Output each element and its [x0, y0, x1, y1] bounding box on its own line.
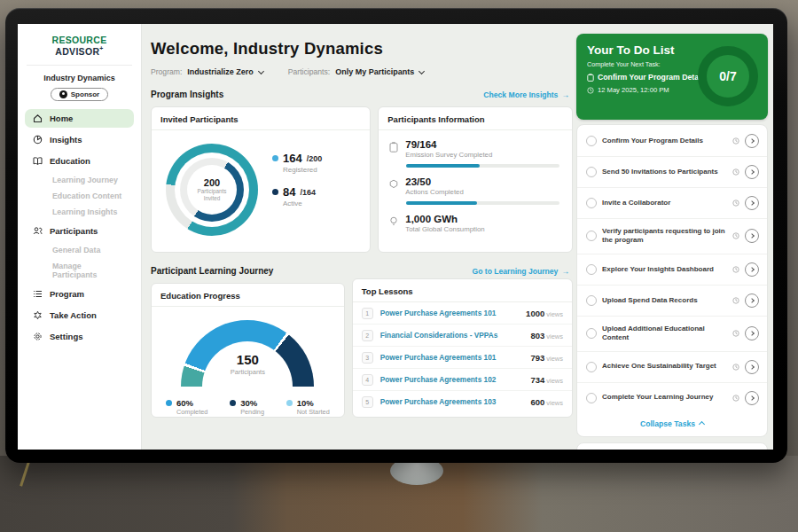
lightbulb-icon: [389, 216, 398, 227]
chevron-up-icon: [699, 421, 705, 427]
sidebar: RESOURCE ADVISOR+ Industry Dynamics Spon…: [18, 24, 142, 450]
sponsor-badge-label: Sponsor: [71, 90, 99, 98]
top-lessons-card: Top Lessons 1 Power Purchase Agreements …: [352, 278, 573, 418]
card-title: Education Progress: [152, 284, 344, 307]
spark-icon: [33, 310, 43, 320]
stat-actions-completed: 23/50 Actions Completed: [379, 176, 572, 196]
participants-icon: [33, 226, 43, 236]
sidebar-item-settings[interactable]: Settings: [25, 327, 134, 346]
logo-resource: RESOURCE: [52, 35, 107, 45]
task-row[interactable]: Send 50 Invitations to Participants: [577, 157, 767, 188]
go-to-learning-journey-link[interactable]: Go to Learning Journey →: [472, 267, 569, 276]
task-checkbox[interactable]: [586, 264, 597, 275]
clock-icon: [732, 330, 739, 337]
task-row[interactable]: Achieve One Sustainability Target: [577, 352, 767, 383]
card-title: Invited Participants: [152, 107, 370, 130]
filter-bar: Program: Industrialize Zero Participants…: [151, 67, 573, 76]
progress-fill: [406, 201, 476, 205]
rank-badge: 5: [362, 396, 373, 408]
sidebar-item-home[interactable]: Home: [25, 109, 134, 128]
donut-legend: 164 /200 Registered 84 /164 Active: [272, 152, 322, 236]
task-checkbox[interactable]: [586, 393, 597, 403]
program-filter[interactable]: Program: Industrialize Zero: [151, 67, 263, 76]
sidebar-item-manage-participants[interactable]: Manage Participants: [25, 259, 134, 282]
pending-dot-icon: [230, 400, 236, 406]
sidebar-item-label: Home: [50, 113, 73, 123]
lesson-row: 2 Financial Considerations - VPPAs 803vi…: [353, 325, 572, 347]
task-row[interactable]: Verify participants requesting to join t…: [577, 219, 767, 254]
education-progress-card: Education Progress 150 Participants 60%: [151, 283, 345, 418]
insights-pie-icon: [33, 135, 43, 145]
sidebar-item-education-content[interactable]: Education Content: [25, 189, 134, 203]
lesson-link[interactable]: Power Purchase Agreements 103: [380, 397, 531, 406]
chevron-down-icon: [258, 67, 264, 74]
task-row[interactable]: Upload Spend Data Records: [577, 286, 767, 317]
task-chevron-button[interactable]: [745, 196, 759, 210]
task-row[interactable]: Explore Your Insights Dashboard: [577, 254, 767, 286]
todo-hero-card: Your To Do List Complete Your Next Task:…: [576, 34, 768, 120]
sidebar-item-take-action[interactable]: Take Action: [25, 306, 134, 325]
task-checkbox[interactable]: [586, 231, 597, 241]
sponsor-icon: [59, 90, 67, 98]
sidebar-item-label: Learning Insights: [52, 207, 117, 216]
task-chevron-button[interactable]: [745, 360, 759, 374]
sidebar-item-general-data[interactable]: General Data: [25, 243, 134, 257]
book-icon: [33, 156, 43, 166]
task-chevron-button[interactable]: [745, 262, 759, 277]
task-chevron-button[interactable]: [745, 326, 759, 340]
sponsor-badge[interactable]: Sponsor: [51, 88, 108, 101]
not-started-dot-icon: [286, 400, 293, 406]
sidebar-item-label: Program: [50, 289, 84, 299]
program-filter-label: Program:: [151, 67, 182, 76]
task-checkbox[interactable]: [586, 198, 597, 208]
sidebar-item-program[interactable]: Program: [25, 285, 134, 303]
lesson-link[interactable]: Power Purchase Agreements 102: [380, 375, 531, 384]
task-chevron-button[interactable]: [745, 391, 759, 405]
task-chevron-button[interactable]: [745, 293, 759, 308]
lesson-link[interactable]: Financial Considerations - VPPAs: [380, 331, 531, 340]
sidebar-item-education[interactable]: Education: [25, 152, 134, 170]
clock-icon: [732, 168, 739, 176]
task-checkbox[interactable]: [586, 136, 597, 146]
dashboard-screen: RESOURCE ADVISOR+ Industry Dynamics Spon…: [18, 24, 773, 450]
clock-icon: [732, 364, 739, 371]
task-checkbox[interactable]: [586, 295, 597, 306]
education-gauge-chart: 150 Participants: [181, 320, 314, 388]
collapse-tasks-link[interactable]: Collapse Tasks: [577, 413, 767, 435]
lesson-link[interactable]: Power Purchase Agreements 101: [380, 309, 526, 317]
task-row[interactable]: Invite a Collaborator: [577, 188, 767, 219]
task-row[interactable]: Upload Additional Educational Content: [577, 317, 767, 352]
sidebar-item-learning-insights[interactable]: Learning Insights: [25, 205, 134, 219]
sidebar-item-insights[interactable]: Insights: [25, 130, 134, 149]
arrow-right-icon: →: [561, 267, 569, 276]
lesson-row: 1 Power Purchase Agreements 101 1000view…: [353, 302, 572, 325]
section-title: Program Insights: [151, 90, 223, 99]
sidebar-item-learning-journey[interactable]: Learning Journey: [25, 173, 134, 187]
gauge-center-label: Participants: [181, 368, 314, 376]
insights-cards-row: Invited Participants 200 Participants In…: [151, 106, 573, 253]
program-filter-value: Industrialize Zero: [187, 67, 254, 76]
task-chevron-button[interactable]: [745, 165, 759, 179]
task-chevron-button[interactable]: [745, 229, 759, 243]
task-checkbox[interactable]: [586, 362, 597, 372]
sidebar-item-label: Manage Participants: [52, 262, 126, 279]
program-insights-header: Program Insights Check More Insights →: [151, 90, 573, 99]
learning-journey-header: Participant Learning Journey Go to Learn…: [151, 266, 573, 276]
actions-progress-bar: [406, 201, 559, 205]
todo-progress-ring: 0/7: [698, 46, 758, 106]
card-title: Top Lessons: [353, 279, 572, 302]
lesson-link[interactable]: Power Purchase Agreements 101: [380, 353, 531, 362]
sidebar-item-participants[interactable]: Participants: [25, 222, 134, 240]
participants-filter-label: Participants:: [288, 67, 330, 76]
check-more-insights-link[interactable]: Check More Insights →: [483, 90, 569, 99]
card-title: Participants Information: [379, 107, 572, 130]
task-row[interactable]: Confirm Your Program Details: [577, 126, 767, 157]
sidebar-item-label: Settings: [50, 332, 82, 341]
participants-filter[interactable]: Participants: Only My Participants: [288, 67, 424, 76]
task-row[interactable]: Complete Your Learning Journey: [577, 383, 767, 413]
task-checkbox[interactable]: [586, 328, 597, 339]
task-checkbox[interactable]: [586, 167, 597, 177]
lesson-row: 3 Power Purchase Agreements 101 793views: [353, 347, 572, 369]
donut-center-value: 200: [204, 177, 220, 188]
task-chevron-button[interactable]: [745, 134, 759, 148]
